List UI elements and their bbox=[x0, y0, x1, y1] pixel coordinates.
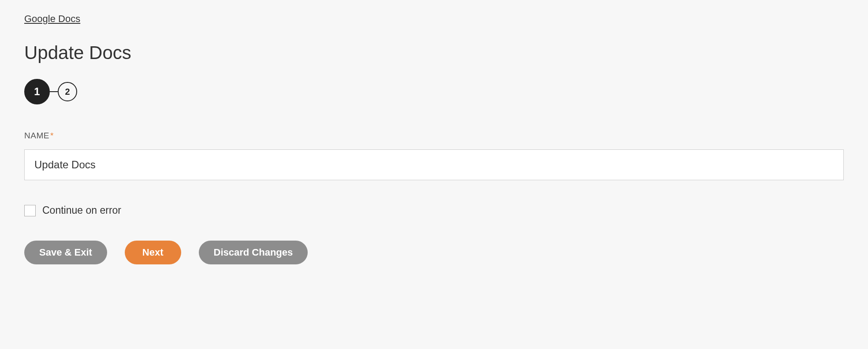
continue-on-error-label[interactable]: Continue on error bbox=[42, 204, 121, 216]
name-input[interactable] bbox=[24, 149, 844, 180]
breadcrumb-link[interactable]: Google Docs bbox=[24, 13, 80, 25]
name-label: NAME bbox=[24, 131, 49, 140]
required-indicator: * bbox=[50, 131, 53, 140]
action-buttons: Save & Exit Next Discard Changes bbox=[24, 241, 844, 264]
page-title: Update Docs bbox=[24, 42, 844, 63]
step-indicator: 1 2 bbox=[24, 79, 844, 104]
continue-on-error-row: Continue on error bbox=[24, 204, 844, 216]
name-field-group: NAME* bbox=[24, 131, 844, 180]
discard-changes-button[interactable]: Discard Changes bbox=[199, 241, 308, 264]
step-2[interactable]: 2 bbox=[58, 82, 77, 101]
step-connector bbox=[50, 91, 58, 92]
step-1[interactable]: 1 bbox=[24, 79, 50, 104]
save-exit-button[interactable]: Save & Exit bbox=[24, 241, 107, 264]
next-button[interactable]: Next bbox=[125, 241, 181, 264]
continue-on-error-checkbox[interactable] bbox=[24, 205, 36, 216]
